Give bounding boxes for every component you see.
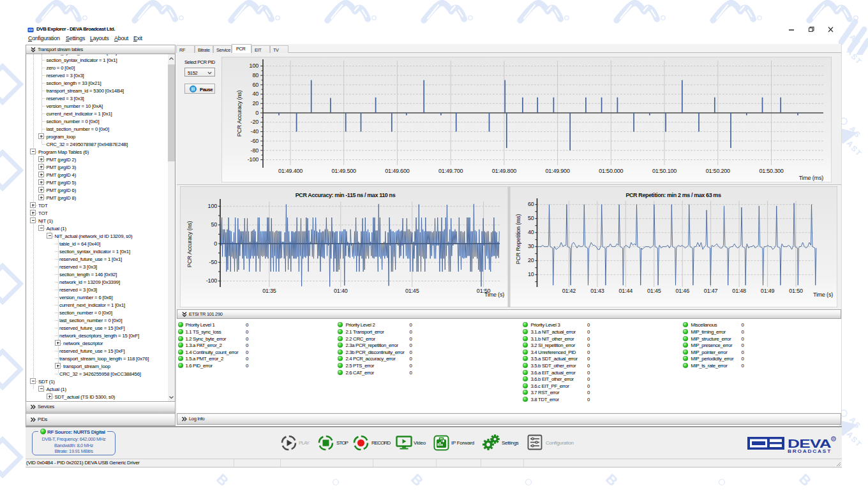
svg-text:60: 60 <box>252 82 258 88</box>
svg-text:80: 80 <box>252 72 258 78</box>
svg-text:BROADCAST: BROADCAST <box>788 449 832 453</box>
svg-text:-80: -80 <box>251 147 259 154</box>
svg-text:01:49.500: 01:49.500 <box>332 168 356 174</box>
svg-text:PCR Accuracy (ns): PCR Accuracy (ns) <box>236 90 243 136</box>
svg-text:01:50.000: 01:50.000 <box>599 168 623 174</box>
svg-text:20: 20 <box>252 100 258 107</box>
svg-text:01:40: 01:40 <box>334 288 348 294</box>
svg-text:50: 50 <box>528 215 534 221</box>
svg-text:0: 0 <box>214 240 217 247</box>
svg-text:01:50.300: 01:50.300 <box>759 168 783 174</box>
svg-text:R: R <box>832 437 835 441</box>
svg-text:01:50.100: 01:50.100 <box>652 168 677 174</box>
svg-text:01:49.700: 01:49.700 <box>438 168 463 174</box>
svg-text:PCR Repetition: min 2 ms / max: PCR Repetition: min 2 ms / max 63 ms <box>625 192 721 198</box>
svg-text:01:42: 01:42 <box>562 288 576 294</box>
svg-text:01:49.600: 01:49.600 <box>385 168 409 174</box>
svg-text:01:46: 01:46 <box>675 288 689 294</box>
svg-text:01:49.900: 01:49.900 <box>545 168 569 174</box>
svg-text:-60: -60 <box>251 138 259 144</box>
svg-text:01:45: 01:45 <box>405 288 419 294</box>
svg-text:-40: -40 <box>251 128 259 135</box>
svg-text:01:49: 01:49 <box>761 288 775 294</box>
svg-text:01:50.200: 01:50.200 <box>706 168 730 174</box>
svg-text:-100: -100 <box>206 277 217 284</box>
svg-text:30: 30 <box>528 243 534 249</box>
svg-text:01:44: 01:44 <box>619 288 633 294</box>
svg-text:-50: -50 <box>209 259 218 265</box>
svg-text:DEVA: DEVA <box>788 438 832 450</box>
svg-text:10: 10 <box>528 271 534 277</box>
svg-text:PCR Accuracy (ns): PCR Accuracy (ns) <box>186 221 193 267</box>
svg-text:Time (s): Time (s) <box>813 291 833 298</box>
svg-text:60: 60 <box>528 201 534 207</box>
svg-text:20: 20 <box>528 257 534 263</box>
svg-text:Time (ms): Time (ms) <box>799 175 824 181</box>
svg-text:01:48: 01:48 <box>732 288 746 294</box>
svg-text:01:35: 01:35 <box>262 288 276 294</box>
svg-text:01:47: 01:47 <box>704 288 718 294</box>
svg-text:Time (s): Time (s) <box>484 291 504 298</box>
svg-text:-100: -100 <box>248 156 258 163</box>
svg-text:01:49.400: 01:49.400 <box>278 168 303 174</box>
svg-text:100: 100 <box>250 63 259 69</box>
svg-text:50: 50 <box>211 221 217 228</box>
svg-text:01:50: 01:50 <box>789 288 803 294</box>
svg-text:PCR Repetition (ms): PCR Repetition (ms) <box>515 214 521 264</box>
svg-text:40: 40 <box>252 91 258 97</box>
svg-text:0: 0 <box>255 110 258 116</box>
svg-text:100: 100 <box>208 203 218 209</box>
svg-text:PCR Accuracy: min -115 ns / ma: PCR Accuracy: min -115 ns / max 110 ns <box>296 192 396 198</box>
svg-text:01:43: 01:43 <box>590 288 604 294</box>
svg-text:-20: -20 <box>251 119 259 125</box>
svg-text:01:45: 01:45 <box>647 288 661 294</box>
svg-text:40: 40 <box>528 229 534 235</box>
svg-text:01:49.800: 01:49.800 <box>492 168 516 174</box>
